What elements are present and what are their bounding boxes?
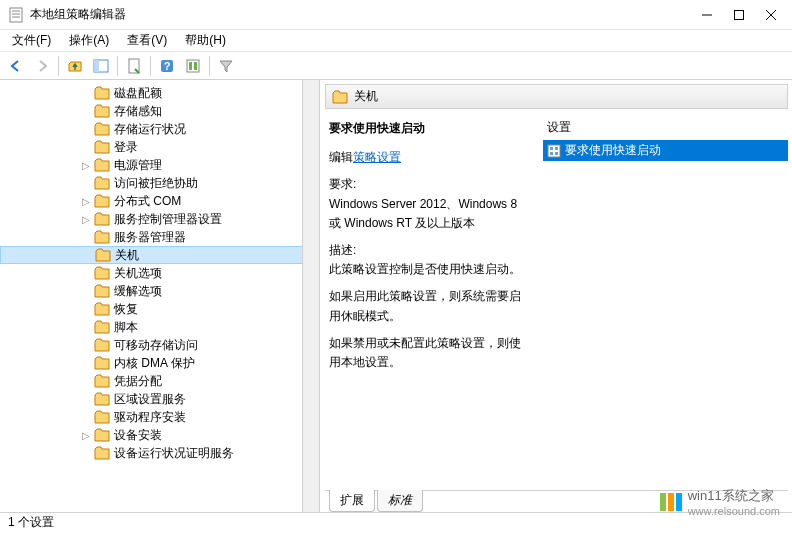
tree-item[interactable]: 可移动存储访问 (0, 336, 319, 354)
expander-icon (80, 105, 92, 117)
tree-item-label: 电源管理 (114, 157, 162, 174)
folder-icon (332, 90, 348, 104)
folder-icon (94, 158, 110, 172)
tree-item[interactable]: 设备运行状况证明服务 (0, 444, 319, 462)
expander-icon (80, 321, 92, 333)
tree-item[interactable]: 脚本 (0, 318, 319, 336)
maximize-button[interactable] (732, 8, 746, 22)
tree-item[interactable]: 缓解选项 (0, 282, 319, 300)
tree-item[interactable]: 关机选项 (0, 264, 319, 282)
properties-button[interactable] (122, 54, 146, 78)
tree-item-label: 设备安装 (114, 427, 162, 444)
expander-icon[interactable]: ▷ (80, 159, 92, 171)
tree-item-label: 设备运行状况证明服务 (114, 445, 234, 462)
tree-item[interactable]: 关机 (0, 246, 319, 264)
setting-row[interactable]: 要求使用快速启动 (543, 140, 788, 161)
tree-item[interactable]: 区域设置服务 (0, 390, 319, 408)
tree-item[interactable]: 内核 DMA 保护 (0, 354, 319, 372)
tree-item[interactable]: 存储运行状况 (0, 120, 319, 138)
tree-item[interactable]: ▷服务控制管理器设置 (0, 210, 319, 228)
tree-item[interactable]: 凭据分配 (0, 372, 319, 390)
tree-item[interactable]: ▷分布式 COM (0, 192, 319, 210)
menu-file[interactable]: 文件(F) (4, 30, 59, 51)
settings-list: 设置 要求使用快速启动 (543, 113, 788, 490)
show-hide-tree-button[interactable] (89, 54, 113, 78)
expander-icon (80, 231, 92, 243)
tree-item[interactable]: 恢复 (0, 300, 319, 318)
minimize-button[interactable] (700, 8, 714, 22)
watermark-logo-icon (660, 493, 682, 511)
edit-prefix: 编辑 (329, 150, 353, 164)
folder-icon (94, 374, 110, 388)
tree-item-label: 存储运行状况 (114, 121, 186, 138)
menu-help[interactable]: 帮助(H) (177, 30, 234, 51)
toolbar: ? (0, 52, 792, 80)
back-button[interactable] (4, 54, 28, 78)
expander-icon[interactable]: ▷ (80, 429, 92, 441)
tree-item[interactable]: ▷设备安装 (0, 426, 319, 444)
menubar: 文件(F) 操作(A) 查看(V) 帮助(H) (0, 30, 792, 52)
detail-header-label: 关机 (354, 88, 378, 105)
expander-icon (80, 267, 92, 279)
tree-item-label: 驱动程序安装 (114, 409, 186, 426)
app-icon (8, 7, 24, 23)
folder-icon (94, 320, 110, 334)
filter-button[interactable] (214, 54, 238, 78)
tree-item[interactable]: 磁盘配额 (0, 84, 319, 102)
policy-icon (547, 144, 561, 158)
expander-icon[interactable]: ▷ (80, 195, 92, 207)
svg-rect-0 (10, 8, 22, 22)
folder-icon (94, 230, 110, 244)
expander-icon (80, 357, 92, 369)
folder-icon (94, 86, 110, 100)
statusbar-text: 1 个设置 (8, 514, 54, 531)
svg-rect-17 (550, 147, 553, 150)
tree-item-label: 区域设置服务 (114, 391, 186, 408)
svg-text:?: ? (164, 60, 171, 72)
tree-item[interactable]: 驱动程序安装 (0, 408, 319, 426)
help-button[interactable]: ? (155, 54, 179, 78)
watermark: win11系统之家 www.relsound.com (660, 487, 780, 517)
folder-icon (94, 428, 110, 442)
close-button[interactable] (764, 8, 778, 22)
svg-rect-16 (548, 145, 560, 157)
expander-icon (80, 375, 92, 387)
description-para2: 如果禁用或未配置此策略设置，则使用本地设置。 (329, 334, 531, 372)
folder-icon (94, 356, 110, 370)
tree-pane[interactable]: 磁盘配额存储感知存储运行状况登录▷电源管理访问被拒绝协助▷分布式 COM▷服务控… (0, 80, 320, 512)
menu-action[interactable]: 操作(A) (61, 30, 117, 51)
forward-button[interactable] (30, 54, 54, 78)
menu-view[interactable]: 查看(V) (119, 30, 175, 51)
expander-icon (80, 447, 92, 459)
tree-item[interactable]: ▷电源管理 (0, 156, 319, 174)
policy-title: 要求使用快速启动 (329, 119, 531, 138)
tree-item-label: 脚本 (114, 319, 138, 336)
expander-icon (80, 339, 92, 351)
tree-item[interactable]: 登录 (0, 138, 319, 156)
options-button[interactable] (181, 54, 205, 78)
tree-item-label: 凭据分配 (114, 373, 162, 390)
expander-icon (80, 123, 92, 135)
expander-icon (81, 249, 93, 261)
tree-item[interactable]: 服务器管理器 (0, 228, 319, 246)
description-label: 描述: (329, 243, 356, 257)
edit-policy-link[interactable]: 策略设置 (353, 150, 401, 164)
description-para1: 如果启用此策略设置，则系统需要启用休眠模式。 (329, 287, 531, 325)
expander-icon (80, 141, 92, 153)
tree-item[interactable]: 访问被拒绝协助 (0, 174, 319, 192)
expander-icon[interactable]: ▷ (80, 213, 92, 225)
up-button[interactable] (63, 54, 87, 78)
tree-item-label: 缓解选项 (114, 283, 162, 300)
settings-column-header[interactable]: 设置 (543, 117, 788, 138)
expander-icon (80, 177, 92, 189)
folder-icon (94, 212, 110, 226)
expander-icon (80, 87, 92, 99)
tree-item[interactable]: 存储感知 (0, 102, 319, 120)
tab-extended[interactable]: 扩展 (329, 490, 375, 512)
setting-row-label: 要求使用快速启动 (565, 142, 661, 159)
folder-icon (94, 446, 110, 460)
tree-item-label: 登录 (114, 139, 138, 156)
tab-standard[interactable]: 标准 (377, 490, 423, 512)
tree-item-label: 关机选项 (114, 265, 162, 282)
tree-item-label: 磁盘配额 (114, 85, 162, 102)
